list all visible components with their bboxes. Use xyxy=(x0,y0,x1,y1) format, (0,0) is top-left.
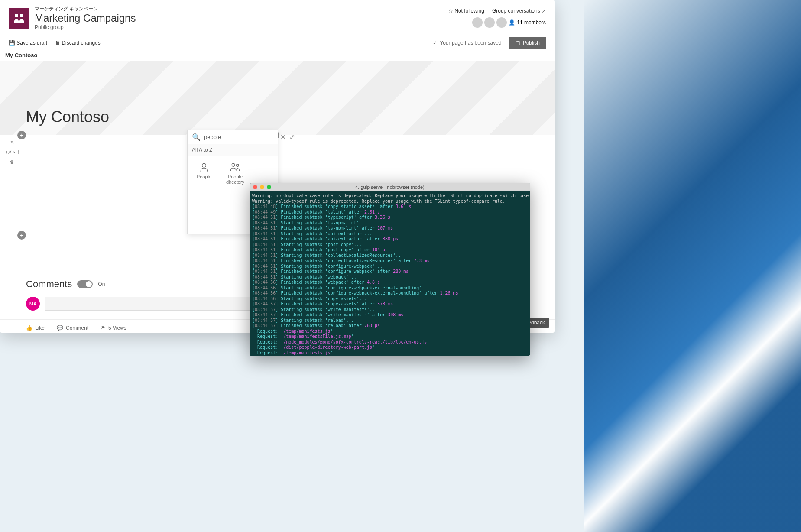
terminal-window[interactable]: 4. gulp serve --nobrowser (node) Warning… xyxy=(250,183,530,356)
site-logo[interactable] xyxy=(9,8,29,29)
breadcrumb[interactable]: My Contoso xyxy=(0,49,555,61)
publish-icon: ▢ xyxy=(516,40,520,46)
command-bar: 💾 Save as draft 🗑 Discard changes ✓ Your… xyxy=(0,36,555,49)
add-section-button[interactable]: + xyxy=(17,131,26,139)
comments-toggle[interactable] xyxy=(77,280,93,288)
user-avatar: MA xyxy=(26,297,40,311)
search-icon: 🔍 xyxy=(192,133,201,141)
delete-icon[interactable]: 🗑 xyxy=(10,159,14,164)
side-tool-label: コメント xyxy=(3,149,21,155)
expand-icon[interactable]: ⤢ xyxy=(289,133,295,141)
svg-point-2 xyxy=(202,163,206,167)
group-conversations-link[interactable]: Group conversations ↗ xyxy=(492,8,546,14)
terminal-titlebar[interactable]: 4. gulp serve --nobrowser (node) xyxy=(250,183,530,191)
save-draft-button[interactable]: 💾 Save as draft xyxy=(9,40,47,46)
thumbs-up-icon: 👍 xyxy=(26,325,32,331)
person-icon: 👤 xyxy=(509,19,515,26)
star-icon: ☆ xyxy=(448,8,453,14)
like-button[interactable]: 👍 Like xyxy=(26,325,45,331)
site-header: マーケティング キャンペーン Marketing Campaigns Publi… xyxy=(0,0,555,36)
toolbox-item-label: People directory xyxy=(222,174,248,185)
hero-banner[interactable]: My Contoso xyxy=(0,61,555,135)
check-icon: ✓ xyxy=(433,40,437,46)
add-section-button[interactable]: + xyxy=(17,231,26,240)
views-count: 👁 5 Views xyxy=(101,325,126,331)
svg-point-0 xyxy=(15,14,18,17)
svg-point-4 xyxy=(237,164,239,166)
svg-point-3 xyxy=(232,163,235,166)
members-link[interactable]: 👤 11 members xyxy=(448,17,546,28)
avatar xyxy=(484,17,495,28)
toolbox-item-people-directory[interactable]: People directory xyxy=(222,161,248,229)
save-icon: 💾 xyxy=(9,40,15,46)
svg-point-1 xyxy=(20,14,23,17)
toolbox-search-input[interactable] xyxy=(204,134,277,140)
toolbox-item-label: People xyxy=(191,174,217,179)
page-title[interactable]: My Contoso xyxy=(26,108,109,126)
comment-button[interactable]: 💬 Comment xyxy=(57,325,88,331)
saved-status: ✓ Your page has been saved xyxy=(433,40,501,46)
eye-icon: 👁 xyxy=(101,325,106,331)
terminal-title: 4. gulp serve --nobrowser (node) xyxy=(250,185,530,190)
discard-icon: 🗑 xyxy=(55,40,60,46)
publish-button[interactable]: ▢ Publish xyxy=(509,37,546,49)
edit-icon[interactable]: ✎ xyxy=(10,140,14,145)
toggle-label: On xyxy=(98,281,105,287)
toolbox-item-people[interactable]: People xyxy=(191,161,217,229)
clear-icon[interactable]: ✕ xyxy=(280,133,286,141)
toolbox-filter-tab[interactable]: All A to Z xyxy=(188,144,278,156)
not-following-link[interactable]: ☆ Not following xyxy=(448,8,484,14)
comments-title: Comments xyxy=(26,279,72,290)
avatar xyxy=(496,17,507,28)
discard-button[interactable]: 🗑 Discard changes xyxy=(55,40,101,46)
terminal-output[interactable]: Warning: no-duplicate-case rule is depre… xyxy=(250,191,530,356)
comment-icon: 💬 xyxy=(57,325,63,331)
avatar xyxy=(472,17,483,28)
external-link-icon: ↗ xyxy=(542,8,546,14)
